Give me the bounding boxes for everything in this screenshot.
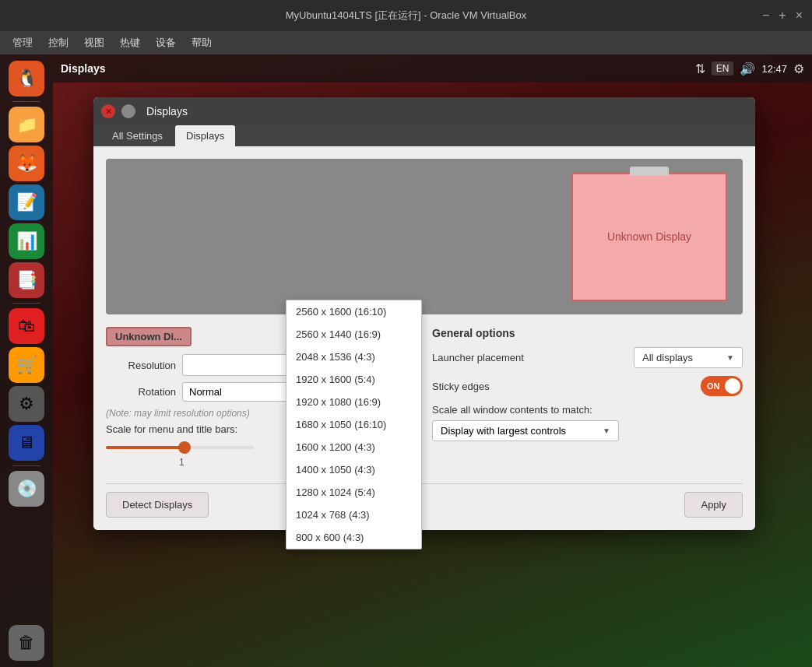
taskbar-icon-settings[interactable]: ⚙	[9, 386, 44, 422]
rotation-label: Rotation	[106, 386, 176, 398]
menu-hotkeys[interactable]: 热键	[114, 33, 146, 53]
dialog-footer: Detect Displays Apply	[106, 483, 743, 518]
system-settings-icon[interactable]: ⚙	[793, 61, 804, 76]
taskbar-icon-amazon[interactable]: 🛒	[9, 347, 44, 383]
taskbar-icon-impress[interactable]: 📑	[9, 262, 44, 298]
menu-view[interactable]: 视图	[78, 33, 111, 53]
detect-displays-button[interactable]: Detect Displays	[106, 492, 209, 518]
scale-slider[interactable]	[106, 440, 254, 455]
dialog-body: Unknown Display Unknown Di... Resolution…	[93, 146, 755, 530]
menu-manage[interactable]: 管理	[6, 33, 39, 53]
general-options-title: General options	[432, 327, 743, 339]
slider-fill	[106, 446, 188, 449]
scale-all-dropdown[interactable]: Display with largest controls ▼	[432, 420, 619, 441]
tab-displays[interactable]: Displays	[175, 125, 235, 146]
dialog-titlebar: ✕ Displays	[93, 97, 755, 125]
menu-control[interactable]: 控制	[42, 33, 75, 53]
res-option-2[interactable]: 2048 x 1536 (4:3)	[286, 346, 421, 368]
window-controls: − + ×	[762, 9, 803, 22]
taskbar-icon-ubuntu[interactable]: 🐧	[9, 61, 44, 97]
res-option-7[interactable]: 1400 x 1050 (4:3)	[286, 458, 421, 481]
toggle-thumb	[725, 378, 740, 394]
res-option-4[interactable]: 1920 x 1080 (16:9)	[286, 391, 421, 413]
close-button[interactable]: ×	[796, 9, 803, 22]
launcher-placement-dropdown[interactable]: All displays ▼	[634, 347, 743, 368]
monitor-screen-label: Unknown Display	[607, 230, 691, 243]
res-option-1[interactable]: 2560 x 1440 (16:9)	[286, 323, 421, 346]
monitor-preview: Unknown Display	[106, 159, 743, 314]
taskbar-separator-3	[12, 465, 40, 466]
resolution-select[interactable]	[182, 354, 299, 376]
right-settings: General options Launcher placement All d…	[432, 327, 743, 468]
displays-dialog: ✕ Displays All Settings Displays Unknown…	[93, 97, 755, 530]
settings-area: Unknown Di... Resolution Rotation Normal	[106, 327, 743, 468]
keyboard-badge[interactable]: EN	[712, 61, 734, 75]
dialog-minimize-button[interactable]	[121, 104, 135, 118]
taskbar-icon-writer[interactable]: 📝	[9, 184, 44, 220]
dialog-tabs: All Settings Displays	[93, 125, 755, 146]
apply-button[interactable]: Apply	[684, 492, 743, 518]
menu-bar: 管理 控制 视图 热键 设备 帮助	[0, 31, 812, 54]
scale-all-value: Display with largest controls	[441, 425, 566, 437]
taskbar-icon-disk[interactable]: 💿	[9, 471, 44, 507]
clock: 12:47	[761, 63, 787, 75]
res-option-10[interactable]: 800 x 600 (4:3)	[286, 526, 421, 549]
maximize-button[interactable]: +	[779, 9, 786, 22]
launcher-placement-label: Launcher placement	[432, 352, 626, 363]
launcher-placement-row: Launcher placement All displays ▼	[432, 347, 743, 368]
sticky-edges-label: Sticky edges	[432, 381, 693, 392]
sticky-edges-row: Sticky edges ON	[432, 376, 743, 396]
taskbar-icon-displays[interactable]: 🖥	[9, 425, 44, 461]
res-option-5[interactable]: 1680 x 1050 (16:10)	[286, 413, 421, 436]
menu-help[interactable]: 帮助	[185, 33, 218, 53]
dialog-title: Displays	[146, 105, 188, 118]
monitor-tab	[630, 167, 669, 176]
panel-right: ⇅ EN 🔊 12:47 ⚙	[695, 61, 804, 76]
title-bar: MyUbuntu1404LTS [正在运行] - Oracle VM Virtu…	[0, 0, 812, 31]
monitor-screen[interactable]: Unknown Display	[571, 173, 727, 301]
chevron-down-icon: ▼	[726, 353, 734, 362]
taskbar-icon-calc[interactable]: 📊	[9, 223, 44, 259]
display-name-badge: Unknown Di...	[106, 327, 192, 346]
taskbar-icon-firefox[interactable]: 🦊	[9, 146, 44, 181]
res-option-9[interactable]: 1024 x 768 (4:3)	[286, 504, 421, 526]
minimize-button[interactable]: −	[762, 9, 769, 22]
volume-icon[interactable]: 🔊	[740, 61, 755, 76]
taskbar-separator	[12, 101, 40, 102]
slider-value: 1	[179, 457, 185, 468]
network-icon[interactable]: ⇅	[695, 61, 705, 76]
taskbar-icon-software[interactable]: 🛍	[9, 308, 44, 344]
res-option-8[interactable]: 1280 x 1024 (5:4)	[286, 481, 421, 504]
sticky-edges-toggle[interactable]: ON	[701, 376, 743, 396]
scale-chevron-down-icon: ▼	[603, 427, 610, 435]
taskbar-icon-trash[interactable]: 🗑	[9, 625, 44, 661]
menu-devices[interactable]: 设备	[149, 33, 182, 53]
window-title: MyUbuntu1404LTS [正在运行] - Oracle VM Virtu…	[286, 9, 526, 23]
scale-all-label: Scale all window contents to match:	[432, 404, 743, 416]
res-option-6[interactable]: 1600 x 1200 (4:3)	[286, 436, 421, 458]
slider-thumb[interactable]	[178, 441, 191, 454]
taskbar-separator-2	[12, 303, 40, 304]
tab-all-settings[interactable]: All Settings	[101, 125, 174, 146]
top-panel: Displays ⇅ EN 🔊 12:47 ⚙	[53, 54, 812, 82]
resolution-label: Resolution	[106, 360, 176, 371]
dialog-close-button[interactable]: ✕	[101, 104, 115, 118]
res-option-0[interactable]: 2560 x 1600 (16:10)	[286, 300, 421, 323]
panel-title: Displays	[61, 62, 106, 75]
res-option-3[interactable]: 1920 x 1600 (5:4)	[286, 368, 421, 391]
launcher-placement-value: All displays	[642, 352, 693, 363]
toggle-on-label: ON	[707, 381, 720, 391]
resolution-dropdown-open: 2560 x 1600 (16:10) 2560 x 1440 (16:9) 2…	[286, 300, 422, 549]
desktop: 🐧 📁 🦊 📝 📊 📑 🛍 🛒 ⚙ 🖥 💿 🗑 Displays ⇅ EN 🔊 …	[0, 54, 812, 667]
taskbar-icon-files[interactable]: 📁	[9, 107, 44, 142]
taskbar: 🐧 📁 🦊 📝 📊 📑 🛍 🛒 ⚙ 🖥 💿 🗑	[0, 54, 53, 667]
